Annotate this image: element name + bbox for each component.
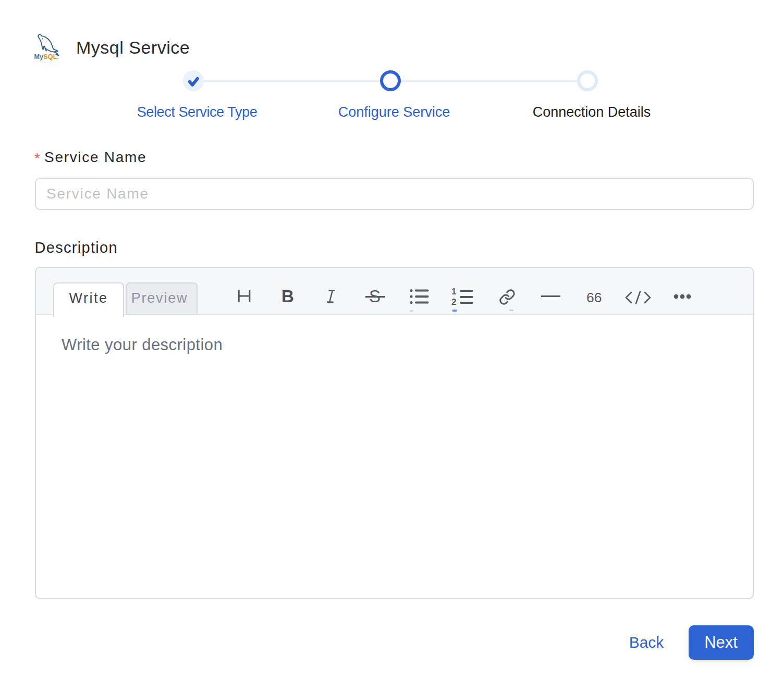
svg-text:MySQL.: MySQL. bbox=[34, 53, 59, 60]
svg-text:2: 2 bbox=[451, 297, 456, 305]
svg-text:1: 1 bbox=[451, 287, 456, 297]
